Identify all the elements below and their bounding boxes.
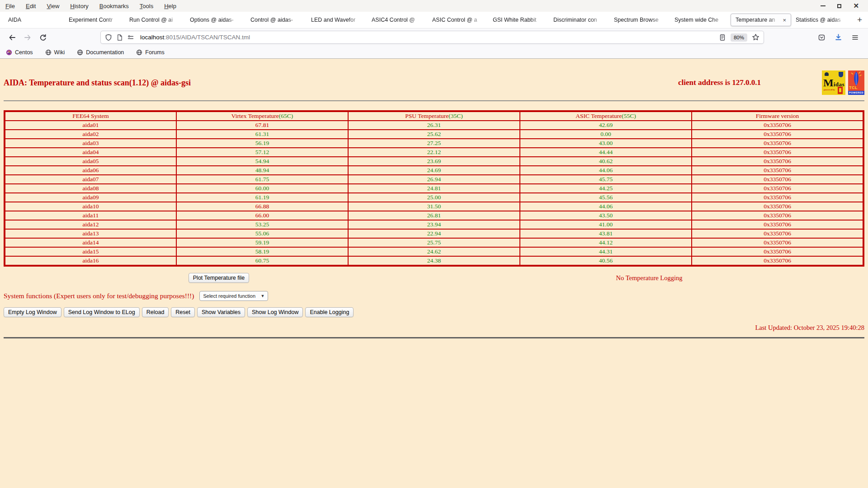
bookmark-forums[interactable]: Forums [136, 49, 164, 56]
tab-asic4-control[interactable]: ASIC4 Control @ [367, 12, 428, 28]
tab-run-control-ai[interactable]: Run Control @ ai [125, 12, 185, 28]
cell-asic-temperature: 43.00 [520, 139, 692, 148]
bookmark-wiki[interactable]: Wiki [45, 49, 65, 56]
tab-gsi-white-rabbit[interactable]: GSI White Rabbit [488, 12, 549, 28]
reset-button[interactable]: Reset [171, 307, 195, 317]
table-row-aida15: aida1558.1924.6244.310x3350706 [5, 247, 863, 256]
site-permissions-icon[interactable] [127, 34, 134, 41]
back-button[interactable] [5, 34, 20, 41]
tab-led-and-wavefor[interactable]: LED and Wavefor [307, 12, 367, 28]
menu-history[interactable]: History [70, 3, 88, 9]
minimize-button[interactable] [821, 5, 826, 6]
table-row-aida03: aida0356.1927.2543.000x3350706 [5, 139, 863, 148]
maximize-button[interactable] [837, 4, 841, 8]
shield-icon[interactable] [105, 34, 112, 41]
pocket-icon[interactable] [818, 34, 826, 41]
menu-edit[interactable]: Edit [26, 3, 36, 9]
tab-label: ASIC4 Control @ [372, 17, 423, 23]
cell-firmware-version: 0x3350706 [692, 130, 863, 139]
table-body: aida0167.8126.3142.690x3350706aida0261.3… [5, 121, 863, 266]
bookmark-label: Documentation [86, 49, 124, 56]
menu-icon[interactable] [851, 34, 859, 41]
tab-aida[interactable]: AIDA [4, 12, 64, 28]
system-buttons-row: Empty Log WindowSend Log Window to ELogR… [4, 307, 864, 317]
cell-system: aida04 [5, 148, 176, 157]
header-divider [4, 100, 864, 101]
cell-virtex-temperature: 67.81 [176, 121, 348, 130]
cell-asic-temperature: 44.31 [520, 247, 692, 256]
cell-system: aida11 [5, 211, 176, 220]
table-row-aida16: aida1660.7524.3840.560x3350706 [5, 256, 863, 266]
download-icon[interactable] [835, 33, 842, 41]
centos-icon [6, 49, 12, 56]
table-row-aida13: aida1355.0622.9443.810x3350706 [5, 229, 863, 238]
page-info-icon[interactable] [116, 34, 123, 41]
tab-statistics-aidas[interactable]: Statistics @ aidas [791, 12, 852, 28]
cell-system: aida07 [5, 175, 176, 184]
tab-close-icon[interactable]: × [783, 17, 786, 23]
tab-temperature-an[interactable]: Temperature an× [731, 14, 791, 26]
tab-asic-control-a[interactable]: ASIC Control @ a [428, 12, 488, 28]
new-tab-button[interactable]: + [857, 15, 862, 25]
cell-firmware-version: 0x3350706 [692, 166, 863, 175]
cell-asic-temperature: 40.62 [520, 157, 692, 166]
page-header: AIDA: Temperature and status scan(1.12) … [4, 70, 864, 96]
cell-virtex-temperature: 57.12 [176, 148, 348, 157]
url-bar[interactable]: localhost:8015/AIDA/TSCAN/TSCAN.tml 80% [100, 31, 764, 44]
menu-file[interactable]: File [5, 3, 15, 9]
zoom-level-badge[interactable]: 80% [731, 33, 747, 42]
midas-small-logo [838, 87, 843, 94]
tcl-powered-logo[interactable]: TCL POWERED [848, 70, 864, 95]
menu-tools[interactable]: Tools [140, 3, 153, 9]
cell-firmware-version: 0x3350706 [692, 175, 863, 184]
table-row-aida01: aida0167.8126.3142.690x3350706 [5, 121, 863, 130]
show-variables-button[interactable]: Show Variables [197, 307, 245, 317]
function-select[interactable]: Select required function ▼ [199, 291, 268, 301]
last-updated-text: Last Updated: October 23, 2025 19:40:28 [4, 324, 864, 332]
send-log-window-to-elog-button[interactable]: Send Log Window to ELog [64, 307, 140, 317]
bookmark-star-icon[interactable] [752, 33, 760, 41]
tab-label: Discriminator con [553, 17, 605, 23]
tab-options-aidas[interactable]: Options @ aidas- [185, 12, 246, 28]
globe-icon [136, 49, 142, 56]
cell-firmware-version: 0x3350706 [692, 121, 863, 130]
column-header-firmware-version: Firmware version [692, 111, 863, 121]
reload-button[interactable] [35, 34, 51, 41]
close-button[interactable]: ✕ [853, 4, 859, 8]
cell-virtex-temperature: 66.00 [176, 211, 348, 220]
table-row-aida11: aida1166.0026.8143.500x3350706 [5, 211, 863, 220]
menu-bookmarks[interactable]: Bookmarks [99, 3, 129, 9]
tab-label: Statistics @ aidas [796, 17, 847, 23]
cell-virtex-temperature: 60.75 [176, 256, 348, 266]
column-header-asic-temperature: ASIC Temperature(55C) [520, 111, 692, 121]
midas-logo[interactable]: Midas powered by [822, 70, 845, 95]
tab-label: Experiment Contr [69, 17, 120, 23]
tab-experiment-contr[interactable]: Experiment Contr [64, 12, 125, 28]
tab-label: Options @ aidas- [190, 17, 241, 23]
tab-discriminator-con[interactable]: Discriminator con [549, 12, 609, 28]
tab-control-aidas[interactable]: Control @ aidas- [246, 12, 307, 28]
enable-logging-button[interactable]: Enable Logging [305, 307, 354, 317]
reader-mode-icon[interactable] [719, 34, 726, 41]
cell-system: aida12 [5, 220, 176, 229]
forward-button[interactable] [20, 34, 35, 41]
cell-virtex-temperature: 66.88 [176, 202, 348, 211]
menu-view[interactable]: View [47, 3, 59, 9]
show-log-window-button[interactable]: Show Log Window [247, 307, 303, 317]
tab-bar: AIDAExperiment ContrRun Control @ aiOpti… [0, 12, 868, 28]
bookmark-documentation[interactable]: Documentation [77, 49, 124, 56]
cell-asic-temperature: 44.06 [520, 166, 692, 175]
menu-help[interactable]: Help [164, 3, 176, 9]
tab-spectrum-browse[interactable]: Spectrum Browse [609, 12, 670, 28]
cell-psu-temperature: 24.69 [348, 166, 520, 175]
cell-psu-temperature: 31.50 [348, 202, 520, 211]
bookmark-centos[interactable]: Centos [6, 49, 33, 56]
tab-system-wide-che[interactable]: System wide Che [670, 12, 731, 28]
table-row-aida12: aida1253.2523.9441.000x3350706 [5, 220, 863, 229]
bookmark-label: Centos [15, 49, 33, 56]
empty-log-window-button[interactable]: Empty Log Window [4, 307, 61, 317]
plot-temperature-button[interactable]: Plot Temperature file [189, 273, 249, 283]
table-header-row: FEE64 SystemVirtex Temperature(65C)PSU T… [5, 111, 863, 121]
reload-button[interactable]: Reload [142, 307, 169, 317]
cell-firmware-version: 0x3350706 [692, 256, 863, 266]
